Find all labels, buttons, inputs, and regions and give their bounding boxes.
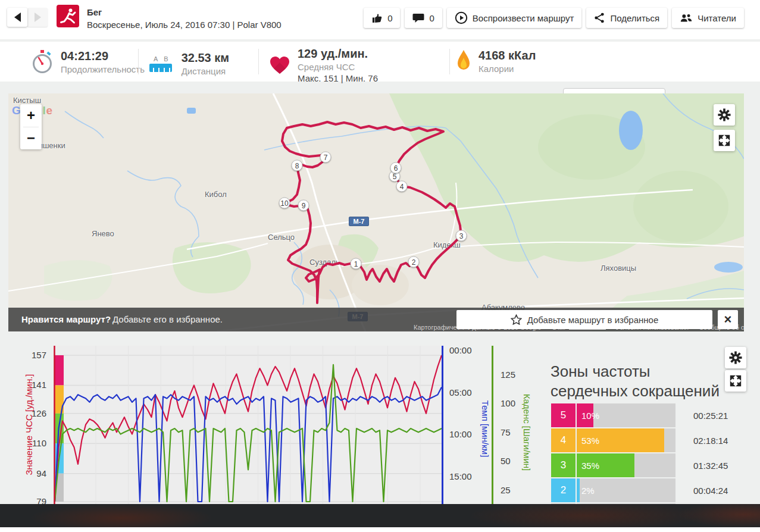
- divider: [449, 49, 450, 74]
- axis-tick-label: 94: [23, 468, 46, 478]
- share-icon: [594, 12, 605, 24]
- map-settings-button[interactable]: [714, 104, 735, 126]
- share-label: Поделиться: [610, 13, 659, 23]
- map-place-label: Кистыш: [13, 96, 41, 105]
- route-km-marker[interactable]: 3: [456, 230, 467, 242]
- map-place-label: Сельцо: [268, 233, 295, 242]
- expand-icon: [718, 134, 731, 147]
- hr-zone-percent: 53%: [581, 436, 599, 446]
- hr-zone-number: 4: [551, 428, 576, 452]
- map-place-label: Суздаль: [309, 258, 340, 267]
- hr-zone-time: 02:18:14: [693, 428, 728, 452]
- add-to-favorites-button[interactable]: Добавьте маршрут в избранное: [456, 310, 712, 329]
- map-fullscreen-button[interactable]: [714, 130, 735, 151]
- back-arrow-icon: [14, 12, 21, 22]
- map-place-label: Кибол: [205, 190, 227, 199]
- cadence-axis-line: [492, 346, 493, 504]
- road-badge: М-7: [349, 217, 369, 226]
- share-button[interactable]: Поделиться: [586, 8, 667, 28]
- star-icon: [511, 314, 522, 325]
- heart-rate-stat: 129 уд./мин. Средняя ЧСС Макс. 151 | Мин…: [269, 47, 378, 83]
- divider: [258, 49, 259, 74]
- axis-tick-label: 141: [23, 380, 46, 390]
- expand-icon: [729, 374, 742, 387]
- training-curves-chart[interactable]: [54, 346, 443, 504]
- axis-tick-label: 126: [23, 408, 46, 418]
- hr-zone-row: 510%00:25:21: [551, 403, 728, 427]
- comments-button[interactable]: 0: [405, 8, 442, 28]
- readers-button[interactable]: Читатели: [672, 8, 744, 28]
- chart-settings-button[interactable]: [725, 347, 746, 368]
- hr-zone-bar: 53%: [577, 428, 675, 452]
- add-to-favorites-label: Добавьте маршрут в избранное: [527, 315, 659, 325]
- route-km-marker[interactable]: 2: [408, 256, 420, 268]
- header-actions: 0 0 Воспроизвести маршрут: [364, 8, 744, 28]
- hr-zone-time: 00:25:21: [693, 403, 728, 427]
- axis-tick-label: 100: [501, 398, 524, 408]
- distance-stat: АВ 32.53 км Дистанция: [148, 51, 229, 76]
- favorite-prompt: Добавьте его в избранное.: [112, 314, 223, 324]
- route-km-marker[interactable]: 7: [320, 152, 331, 163]
- zoom-out-button[interactable]: −: [20, 127, 42, 150]
- map-place-label: Ляховицы: [601, 264, 636, 273]
- axis-tick-label: 50: [501, 456, 524, 466]
- distance-value: 32.53 км: [182, 51, 229, 65]
- hr-zone-row: 335%01:32:45: [551, 453, 728, 477]
- route-km-marker[interactable]: 1: [351, 258, 362, 270]
- hr-zone-time: 01:32:45: [693, 453, 728, 477]
- thumb-up-icon: [371, 12, 383, 24]
- training-session-page: Бег Воскресенье, Июль 24, 2016 07:30 | P…: [0, 0, 760, 532]
- hr-zone-percent: 35%: [581, 461, 599, 471]
- gear-icon: [718, 108, 731, 121]
- avg-hr-value: 129 уд./мин.: [298, 47, 378, 61]
- map-place-label: Кидекш: [433, 240, 461, 249]
- flame-icon: [456, 49, 471, 73]
- like-count: 0: [387, 13, 392, 23]
- header: Бег Воскресенье, Июль 24, 2016 07:30 | P…: [0, 0, 760, 39]
- hr-zones-title: Зоны частоты сердечных сокращений: [551, 362, 729, 401]
- summary-stats-bar: 04:21:29 Продолжительность АВ 32.53 км Д…: [0, 42, 760, 82]
- hr-zone-row: 453%02:18:14: [551, 428, 728, 452]
- axis-tick-label: 10:00: [449, 429, 479, 439]
- running-sport-icon: [57, 5, 79, 27]
- like-button[interactable]: 0: [364, 8, 400, 28]
- hr-zone-number: 2: [551, 478, 576, 502]
- favorite-route-overlay: Нравится маршрут? Добавьте его в избранн…: [8, 308, 744, 331]
- avg-hr-label: Средняя ЧСС: [298, 62, 378, 72]
- axis-tick-label: 00:00: [449, 345, 479, 355]
- ab-letters: АВ: [154, 55, 174, 62]
- comment-count: 0: [429, 13, 434, 23]
- route-km-marker[interactable]: 10: [279, 198, 290, 209]
- duration-value: 04:21:29: [61, 49, 145, 63]
- axis-tick-label: 157: [23, 350, 46, 360]
- pace-axis-label: Темп [мин/км]: [480, 384, 490, 474]
- route-km-marker[interactable]: 8: [292, 160, 303, 171]
- close-overlay-button[interactable]: ×: [718, 310, 738, 329]
- hr-zone-time: 00:04:24: [693, 478, 728, 502]
- route-map[interactable]: КистышВишенкиКиболЯневоСельцоСуздальКиде…: [8, 93, 744, 331]
- route-km-marker[interactable]: 6: [390, 162, 402, 174]
- cadence-axis-label: Каденс [Шаги/мин]: [522, 382, 532, 483]
- hr-zone-row: 22%00:04:24: [551, 478, 728, 502]
- map-place-labels: КистышВишенкиКиболЯневоСельцоСуздальКиде…: [8, 93, 744, 331]
- route-km-marker[interactable]: 4: [396, 181, 408, 192]
- heart-icon: [269, 55, 290, 75]
- divider: [138, 49, 139, 74]
- axis-tick-label: 75: [501, 427, 524, 437]
- replay-route-button[interactable]: Воспроизвести маршрут: [447, 8, 582, 28]
- forward-button[interactable]: [27, 8, 48, 27]
- calories-label: Калории: [478, 64, 536, 74]
- runner-icon: [59, 7, 77, 25]
- zoom-in-button[interactable]: +: [20, 104, 42, 127]
- readers-label: Читатели: [698, 13, 736, 23]
- chart-fullscreen-button[interactable]: [725, 370, 746, 392]
- distance-ruler-icon: АВ: [148, 55, 174, 72]
- hr-zone-number: 3: [551, 453, 576, 477]
- back-button[interactable]: [7, 8, 27, 27]
- axis-tick-label: 25: [501, 485, 524, 495]
- hr-zone-percent: 2%: [581, 486, 595, 496]
- session-heading: Бег Воскресенье, Июль 24, 2016 07:30 | P…: [87, 7, 282, 30]
- hr-zone-number: 5: [551, 403, 576, 427]
- route-km-marker[interactable]: 9: [298, 200, 309, 211]
- session-title: Бег: [87, 7, 282, 17]
